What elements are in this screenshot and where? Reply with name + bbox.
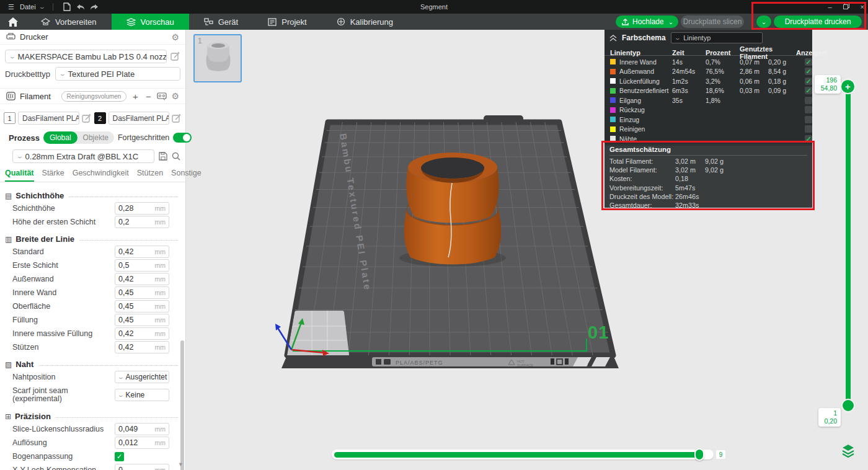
ams-icon[interactable]	[157, 92, 167, 100]
setting-label: Innere massive Füllung	[12, 330, 115, 338]
gap-closing-radius-input[interactable]: 0,049mm	[115, 423, 169, 435]
show-line-type-checkbox[interactable]: ✓	[805, 116, 812, 123]
collapse-icon[interactable]	[609, 35, 617, 42]
filament-1-select[interactable]: DasFilament PLA 1	[18, 112, 79, 125]
scarf-joint-select[interactable]: ⌄Keine	[115, 389, 169, 401]
printer-settings-gear-icon[interactable]: ⚙	[171, 32, 179, 42]
bed-type-select[interactable]: ⌄ Textured PEI Plate	[55, 67, 180, 81]
show-line-type-checkbox[interactable]: ✓	[805, 135, 812, 143]
tab-vorschau[interactable]: Vorschau	[112, 14, 189, 30]
print-dropdown-button[interactable]: ⌄	[756, 16, 771, 28]
line-width-support-input[interactable]: 0,42mm	[115, 341, 169, 353]
close-button[interactable]: ×	[861, 3, 864, 11]
step-slider[interactable]: 9	[332, 450, 714, 459]
slice-plate-button[interactable]: Druckplatte slicen	[681, 16, 744, 28]
hamburger-menu-icon[interactable]: ☰	[6, 2, 16, 12]
process-preset-select[interactable]: ⌄ 0.28mm Extra Draft @BBL X1C	[12, 149, 154, 163]
print-plate-button[interactable]: Druckplatte drucken	[774, 16, 862, 28]
color-scheme-select[interactable]: ⌄ Linientyp	[671, 32, 763, 43]
line-width-solid-infill-input[interactable]: 0,42mm	[115, 327, 169, 340]
edit-filament-2-icon[interactable]	[172, 113, 182, 123]
setting-unit: mm	[155, 316, 166, 324]
line-color-swatch	[610, 107, 616, 113]
seam-position-select[interactable]: ⌄Ausgerichtet	[115, 371, 169, 383]
xy-hole-compensation-input[interactable]: 0mm	[115, 464, 169, 470]
filament-settings-gear-icon[interactable]: ⚙	[171, 91, 179, 101]
redo-icon[interactable]	[89, 2, 99, 12]
titlebar: ☰ Datei ⌄ Segment – ×	[0, 0, 868, 14]
layers-view-icon[interactable]	[840, 443, 856, 459]
filament-2-select[interactable]: DasFilament PLA 1	[108, 112, 170, 125]
setting-label: Standard	[12, 248, 115, 256]
filament-section-title: Filament	[20, 92, 51, 101]
line-width-first-layer-input[interactable]: 0,5mm	[115, 259, 169, 272]
show-line-type-checkbox[interactable]: ✓	[805, 125, 812, 133]
chevron-down-icon[interactable]: ⌄	[38, 4, 45, 10]
first-layer-height-input[interactable]: 0,2mm	[115, 216, 169, 228]
minimize-button[interactable]: –	[828, 3, 831, 11]
show-line-type-checkbox[interactable]: ✓	[805, 97, 812, 104]
show-line-type-checkbox[interactable]: ✓	[805, 78, 812, 85]
tab-projekt[interactable]: Projekt	[253, 14, 321, 30]
layer-slider-track[interactable]	[846, 87, 851, 406]
tab-geraet[interactable]: Gerät	[189, 14, 254, 30]
printer-select[interactable]: ⌄ MAKERSPACE Bambu Lab P1S 0.4 nozzle	[5, 50, 167, 63]
scroll-down-arrow-icon[interactable]: ▼	[178, 461, 184, 468]
scope-objects[interactable]: Objekte	[78, 133, 114, 142]
arc-fitting-checkbox[interactable]: ✓	[115, 452, 124, 461]
setting-row: Schichthöhe 0,28mm	[0, 202, 185, 215]
line-width-inner-wall-input[interactable]: 0,45mm	[115, 286, 169, 299]
file-menu[interactable]: Datei	[20, 3, 36, 11]
chevron-down-icon: ⌄	[673, 35, 681, 41]
tab-stuetzen[interactable]: Stützen	[137, 169, 163, 182]
home-button[interactable]	[0, 14, 26, 30]
tab-label: Vorschau	[141, 17, 174, 27]
show-line-type-checkbox[interactable]: ✓	[805, 87, 812, 94]
edit-printer-icon[interactable]	[170, 51, 180, 61]
setting-label: Slice-Lückenschlussradius	[12, 425, 115, 433]
filament-slot-number[interactable]: 1	[4, 112, 16, 124]
edit-filament-1-icon[interactable]	[82, 113, 92, 123]
undo-icon[interactable]	[76, 2, 86, 12]
main-toolbar: Vorbereiten Vorschau Gerät Projekt Kalib…	[0, 14, 868, 30]
plate-material-text: PLA/ABS/PETG	[396, 360, 443, 366]
model-ring-object[interactable]	[404, 153, 502, 264]
show-line-type-checkbox[interactable]: ✓	[805, 106, 812, 113]
tab-qualitaet[interactable]: Qualität	[5, 169, 34, 182]
scope-toggle[interactable]: Global Objekte	[43, 131, 114, 144]
line-width-icon: ▥	[5, 235, 12, 244]
restore-button[interactable]	[843, 3, 849, 11]
tab-sonstige[interactable]: Sonstige	[171, 169, 202, 182]
viewport-3d[interactable]: Bambu Textured PEI Plate PLA/ABS/PETG	[186, 30, 868, 470]
remove-filament-button[interactable]: −	[144, 91, 153, 102]
filament-slot-number[interactable]: 2	[94, 112, 106, 124]
save-preset-icon[interactable]	[159, 152, 167, 161]
advanced-toggle[interactable]	[173, 133, 192, 143]
resolution-input[interactable]: 0,012mm	[115, 437, 169, 449]
tab-geschwindigkeit[interactable]: Geschwindigkeit	[73, 169, 129, 182]
settings-scrollbar[interactable]	[180, 340, 184, 470]
show-line-type-checkbox[interactable]: ✓	[805, 58, 812, 66]
tab-vorbereiten[interactable]: Vorbereiten	[26, 14, 112, 30]
line-width-top-surface-input[interactable]: 0,45mm	[115, 300, 169, 313]
flush-volumes-button[interactable]: Reinigungsvolumen	[61, 91, 127, 102]
line-width-default-input[interactable]: 0,42mm	[115, 246, 169, 258]
layer-slider-handle[interactable]	[841, 399, 855, 412]
setting-unit: mm	[155, 425, 166, 433]
line-width-infill-input[interactable]: 0,45mm	[115, 314, 169, 326]
new-file-icon[interactable]	[62, 2, 72, 12]
tab-kalibrierung[interactable]: Kalibrierung	[322, 14, 408, 30]
add-filament-button[interactable]: +	[131, 91, 140, 102]
slice-dropdown-button[interactable]: ⌄	[663, 16, 678, 28]
layer-height-input[interactable]: 0,28mm	[115, 202, 169, 215]
tab-staerke[interactable]: Stärke	[42, 169, 64, 182]
layer-slider-bottom-tooltip: 10,20	[818, 408, 841, 427]
plate-thumbnail[interactable]: 1	[193, 34, 242, 82]
setting-row: Innere Wand0,45mm	[0, 286, 185, 299]
layer-slider-top-button[interactable]: +	[840, 79, 856, 94]
show-line-type-checkbox[interactable]: ✓	[805, 68, 812, 75]
line-width-outer-wall-input[interactable]: 0,42mm	[115, 273, 169, 285]
step-slider-handle[interactable]	[694, 448, 704, 461]
search-icon[interactable]	[172, 152, 180, 161]
scope-global[interactable]: Global	[43, 131, 78, 144]
